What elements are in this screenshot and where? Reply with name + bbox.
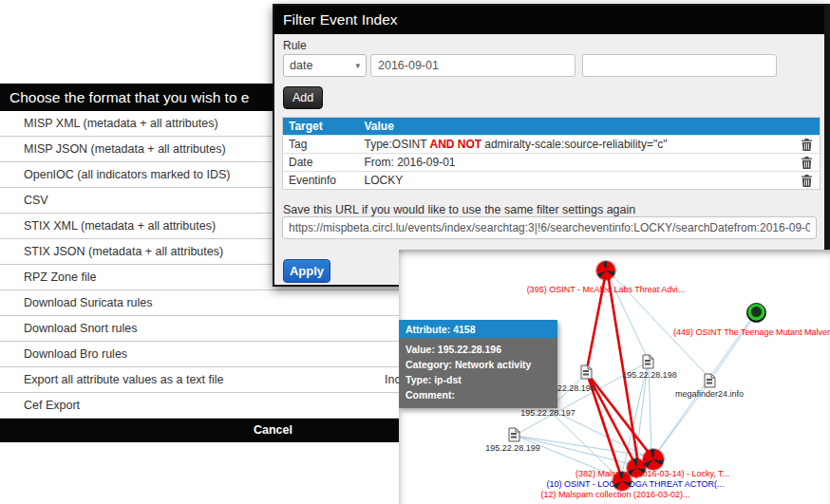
event-label-449: (449) OSINT The Teenage Mutant Malver... (673, 327, 830, 337)
filter-url-input[interactable] (282, 216, 817, 239)
add-button[interactable]: Add (283, 86, 323, 109)
screenshot-stage: Choose the format that you wish to e MIS… (0, 0, 830, 504)
event-label-10: (10) OSINT - LOCKY DGA THREAT ACTOR(... (546, 479, 724, 489)
event-label-382: (382) Malspam (2016-03-14) - Locky, T... (575, 469, 729, 478)
rule-field-select[interactable]: date ▾ (283, 54, 367, 77)
table-row-tag: Tag Type:OSINTAND NOTadmiralty-scale:sou… (283, 136, 821, 154)
rule-value-input[interactable] (370, 54, 575, 77)
event-node-382[interactable] (643, 449, 664, 470)
rule-target: Eventinfo (283, 172, 359, 190)
attribute-tooltip: Attribute: 4158 Value: 195.22.28.196 Cat… (399, 320, 557, 408)
tooltip-type: Type: ip-dst (406, 372, 551, 387)
chevron-down-icon: ▾ (355, 55, 360, 76)
table-row-eventinfo: Eventinfo LOCKY (283, 172, 821, 190)
tooltip-value: Value: 195.22.28.196 (406, 342, 551, 357)
rule-value: From: 2016-09-01 (359, 154, 792, 172)
tooltip-comment: Comment: (406, 387, 551, 402)
attribute-label-197: 195.22.28.197 (520, 408, 575, 418)
attribute-label-198: 195.22.28.198 (622, 370, 677, 380)
attribute-label-megafinder: megafinder24.info (675, 389, 744, 399)
rule-value: LOCKY (359, 172, 792, 190)
trash-icon[interactable] (802, 156, 812, 169)
filter-event-index-dialog: Filter Event Index Rule date ▾ Add Targe… (273, 4, 830, 287)
file-icon-199[interactable] (508, 427, 520, 442)
rule-value: Type:OSINTAND NOTadmiralty-scale:source-… (359, 136, 792, 154)
apply-button[interactable]: Apply (283, 259, 330, 283)
filter-rules-table: Target Value Tag Type:OSINTAND NOTadmira… (282, 117, 821, 190)
trash-icon[interactable] (802, 174, 812, 187)
trash-icon[interactable] (802, 138, 812, 151)
rule-section-label: Rule (283, 39, 307, 52)
column-header-target: Target (283, 118, 359, 136)
file-icon-196[interactable] (580, 364, 593, 380)
tooltip-attribute-id: Attribute: 4158 (399, 320, 557, 338)
column-header-value: Value (359, 118, 792, 136)
boolean-operator: AND NOT (430, 138, 482, 151)
file-icon-megafinder[interactable] (704, 373, 716, 388)
correlation-graph-panel[interactable]: (395) OSINT - McAfee Labs Threat Advi...… (399, 250, 830, 504)
dialog-body: Rule date ▾ Add Target Value Ta (274, 34, 824, 285)
rule-target: Date (283, 154, 359, 172)
column-header-actions (792, 118, 821, 136)
table-row-date: Date From: 2016-09-01 (283, 154, 821, 172)
file-icon-198[interactable] (642, 354, 654, 369)
attribute-label-199: 195.22.28.199 (485, 443, 540, 453)
save-url-label: Save this URL if you would like to use t… (283, 203, 635, 216)
export-option-text-file-label: Export all attribute values as a text fi… (24, 373, 224, 386)
dialog-title: Filter Event Index (274, 6, 824, 34)
event-label-12: (12) Malspam collection (2016-03-02)... (540, 490, 689, 499)
tooltip-category: Category: Network activity (406, 357, 551, 372)
rule-value2-input[interactable] (582, 54, 777, 77)
rule-target: Tag (283, 136, 359, 154)
event-label-395: (395) OSINT - McAfee Labs Threat Advi... (527, 285, 686, 294)
rule-field-selected-value: date (290, 59, 312, 72)
event-node-449[interactable] (746, 303, 766, 323)
event-node-395[interactable] (596, 261, 615, 280)
